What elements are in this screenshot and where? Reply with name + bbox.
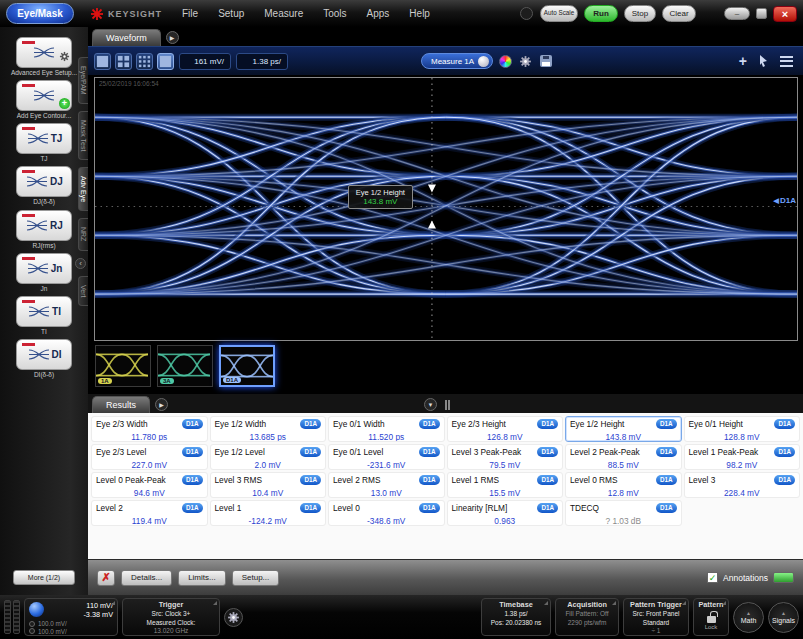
layout-grid-button[interactable] (115, 53, 132, 70)
tab-adv-eye[interactable]: Adv Eye (78, 167, 88, 211)
menu-tools[interactable]: Tools (323, 8, 346, 19)
waveform-flyout-button[interactable] (166, 31, 179, 44)
result-cell[interactable]: Level 0 Peak-PeakD1A94.6 mV (91, 472, 208, 498)
eye-mask-mode-button[interactable]: Eye/Mask (6, 3, 74, 24)
more-tools-button[interactable]: More (1/2) (13, 570, 75, 585)
waveform-thumbnail-1a[interactable]: 1A (95, 345, 151, 387)
pointer-icon[interactable] (759, 55, 768, 67)
collapse-results-button[interactable] (424, 398, 437, 411)
result-cell[interactable]: Level 2D1A119.4 mV (91, 500, 208, 526)
delete-measurement-button[interactable]: ✗ (97, 570, 115, 586)
touch-icon[interactable] (520, 7, 533, 20)
result-cell[interactable]: Level 3D1A228.4 mV (684, 472, 801, 498)
result-cell[interactable]: Eye 2/3 WidthD1A11.780 ps (91, 416, 208, 442)
results-details-button[interactable]: Details... (121, 570, 172, 586)
layout-grid-button[interactable] (136, 53, 153, 70)
menu-apps[interactable]: Apps (367, 8, 390, 19)
timebase-title: Timebase (486, 601, 546, 610)
result-cell[interactable]: Eye 2/3 HeightD1A126.8 mV (447, 416, 564, 442)
annotation-color-swatch[interactable] (773, 572, 794, 583)
waveform-thumbnail-3a[interactable]: 3A (157, 345, 213, 387)
result-cell[interactable]: Eye 1/2 LevelD1A2.0 mV (210, 444, 327, 470)
clear-button[interactable]: Clear (662, 5, 696, 22)
layout-grid-button[interactable] (94, 53, 111, 70)
tab-results[interactable]: Results (92, 396, 150, 413)
run-button[interactable]: Run (584, 5, 618, 22)
results-setup-button[interactable]: Setup... (232, 570, 280, 586)
layout-grid-button[interactable] (157, 53, 174, 70)
auto-scale-button[interactable]: Auto Scale (540, 5, 578, 22)
pattern-lock-panel[interactable]: Pattern Lock (693, 598, 729, 636)
horizontal-scale-readout[interactable]: 1.38 ps/ (236, 53, 288, 70)
menu-icon[interactable] (780, 56, 793, 67)
tool-tj[interactable]: TJTJ (9, 123, 79, 162)
waveform-toolbar: 161 mV/ 1.38 ps/ Measure 1A + (88, 46, 803, 75)
signals-flyout-button[interactable]: Signals (768, 602, 799, 633)
tool-advanced-eye-setup[interactable]: Advanced Eye Setup... (9, 37, 79, 76)
result-cell[interactable]: Eye 2/3 LevelD1A227.0 mV (91, 444, 208, 470)
menu-help[interactable]: Help (409, 8, 430, 19)
menu-file[interactable]: File (182, 8, 198, 19)
save-icon[interactable] (540, 55, 552, 67)
acquisition-panel[interactable]: Acquisition Fill Pattern: Off 2290 pts/w… (555, 598, 619, 636)
tab-mask-test[interactable]: Mask Test (78, 111, 88, 160)
result-cell[interactable]: TDECQD1A? 1.03 dB (565, 500, 682, 526)
minimize-button[interactable]: – (724, 7, 750, 20)
collapse-sidebar-button[interactable]: ‹ (75, 258, 86, 269)
source-selector[interactable]: Measure 1A (421, 53, 493, 69)
result-cell[interactable]: Eye 1/2 HeightD1A143.8 mV (565, 416, 682, 442)
tab-waveform[interactable]: Waveform (92, 29, 161, 46)
tab-eye-pam[interactable]: Eye/PAM (78, 57, 88, 104)
measurement-value: 2.0 mV (215, 460, 322, 470)
result-cell[interactable]: Eye 1/2 WidthD1A13.685 ps (210, 416, 327, 442)
display-settings-gear-icon[interactable] (518, 54, 533, 69)
pattern-trigger-panel[interactable]: Pattern Trigger Src: Front Panel Standar… (623, 598, 689, 636)
math-label: Math (741, 617, 757, 624)
channel-panel[interactable]: 110 mV/ -3.38 mV 100.0 mV/100.0 mV/ (24, 598, 118, 636)
results-limits-button[interactable]: Limits... (178, 570, 226, 586)
marker-crosshair-icon[interactable]: + (739, 54, 747, 68)
menu-measure[interactable]: Measure (264, 8, 303, 19)
result-cell[interactable]: Level 1 Peak-PeakD1A98.2 mV (684, 444, 801, 470)
result-cell[interactable]: Level 3 Peak-PeakD1A79.5 mV (447, 444, 564, 470)
results-buttons: Details...Limits...Setup... (121, 570, 279, 586)
annotations-checkbox[interactable]: ✓ (707, 572, 718, 583)
result-cell[interactable]: Level 0 RMSD1A12.8 mV (565, 472, 682, 498)
measurement-annotation[interactable]: Eye 1/2 Height 143.8 mV (348, 185, 413, 209)
color-wheel-icon[interactable] (499, 55, 512, 68)
measurement-name: Level 2 RMS (333, 475, 381, 485)
trigger-panel[interactable]: Trigger Src: Clock 3+ Measured Clock: 13… (122, 598, 220, 636)
result-cell[interactable]: Level 2 RMSD1A13.0 mV (328, 472, 445, 498)
result-cell[interactable]: Level 1D1A-124.2 mV (210, 500, 327, 526)
result-cell[interactable]: Eye 0/1 HeightD1A128.8 mV (684, 416, 801, 442)
tool-rj[interactable]: RJRJ(rms) (9, 210, 79, 249)
timebase-panel[interactable]: Timebase 1.38 ps/ Pos: 20.02380 ns (481, 598, 551, 636)
tool-add-eye-contour[interactable]: +Add Eye Contour... (9, 80, 79, 119)
tool-dj[interactable]: DJDJ(δ-δ) (9, 166, 79, 205)
tool-di[interactable]: DIDI(δ-δ) (9, 339, 79, 378)
trigger-settings-gear-icon[interactable] (224, 608, 243, 627)
tab-vert[interactable]: Vert (78, 276, 88, 306)
result-cell[interactable]: Level 3 RMSD1A10.4 mV (210, 472, 327, 498)
results-splitter-handle[interactable] (445, 400, 450, 410)
restore-button[interactable] (756, 8, 767, 19)
statusbar-grip[interactable] (4, 600, 20, 634)
close-button[interactable]: × (773, 6, 797, 22)
results-flyout-button[interactable] (155, 398, 168, 411)
result-cell[interactable]: Eye 0/1 LevelD1A-231.6 mV (328, 444, 445, 470)
eye-diagram-display[interactable]: 25/02/2019 16:06:54 Eye 1/2 Height 143.8… (94, 77, 798, 341)
tab-nrz[interactable]: NRZ (78, 218, 88, 250)
annotations-label: Annotations (723, 573, 768, 583)
menu-setup[interactable]: Setup (218, 8, 244, 19)
result-cell[interactable]: Level 2 Peak-PeakD1A88.5 mV (565, 444, 682, 470)
result-cell[interactable]: Level 0D1A-348.6 mV (328, 500, 445, 526)
stop-button[interactable]: Stop (624, 5, 656, 22)
tool-jn[interactable]: JnJn (9, 253, 79, 292)
tool-ti[interactable]: TITI (9, 296, 79, 335)
result-cell[interactable]: Eye 0/1 WidthD1A11.520 ps (328, 416, 445, 442)
result-cell[interactable]: Linearity [RLM]D1A0.963 (447, 500, 564, 526)
waveform-thumbnail-d1a[interactable]: D1A (219, 345, 275, 387)
vertical-scale-readout[interactable]: 161 mV/ (179, 53, 231, 70)
math-flyout-button[interactable]: Math (733, 602, 764, 633)
result-cell[interactable]: Level 1 RMSD1A15.5 mV (447, 472, 564, 498)
